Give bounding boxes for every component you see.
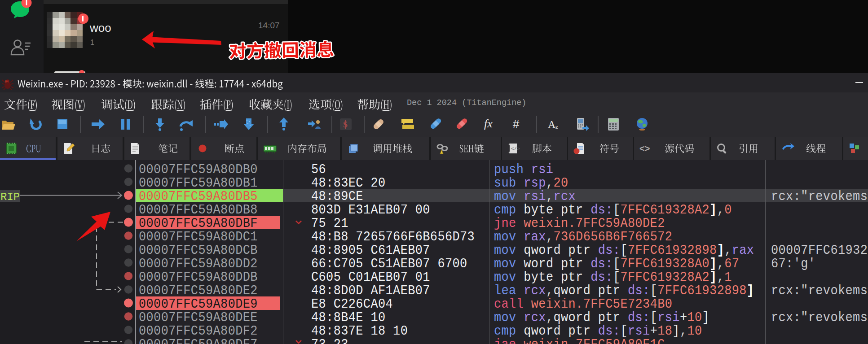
svg-text:RIP: RIP [0, 191, 20, 203]
svg-text:fx: fx [484, 117, 493, 130]
svg-text:</>: </> [511, 146, 520, 152]
svg-text:<>: <> [639, 144, 650, 153]
svg-text:#: # [513, 117, 520, 131]
svg-text:z: z [555, 123, 558, 130]
svg-text:A: A [548, 118, 556, 130]
